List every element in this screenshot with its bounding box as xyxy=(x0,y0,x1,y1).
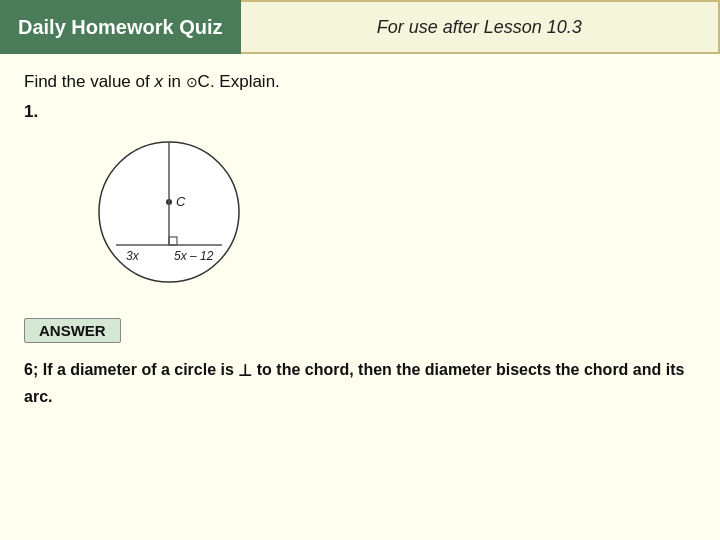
answer-number: 6 xyxy=(24,361,33,378)
answer-label: ANSWER xyxy=(24,318,121,343)
page: Daily Homework Quiz For use after Lesson… xyxy=(0,0,720,540)
center-label: C xyxy=(176,194,186,209)
main-content: Find the value of x in ⊙C. Explain. 1. C xyxy=(0,54,720,421)
find-suffix: in xyxy=(163,72,186,91)
diagram-container: C 3x 5x – 12 xyxy=(84,130,696,300)
circle-symbol: ⊙ xyxy=(186,74,198,90)
variable-x: x xyxy=(154,72,163,91)
quiz-title: Daily Homework Quiz xyxy=(0,0,241,54)
question-number: 1. xyxy=(24,102,696,122)
header: Daily Homework Quiz For use after Lesson… xyxy=(0,0,720,54)
answer-text: 6; If a diameter of a circle is ⊥ to the… xyxy=(24,357,696,409)
chord-left-label: 3x xyxy=(126,249,140,263)
answer-text-part: ; If a diameter of a circle is xyxy=(33,361,234,378)
circle-c-label: C xyxy=(198,72,210,91)
perpendicular-symbol: ⊥ xyxy=(238,358,252,384)
lesson-reference: For use after Lesson 10.3 xyxy=(241,0,721,54)
find-prefix: Find the value of xyxy=(24,72,154,91)
circle-svg: C 3x 5x – 12 xyxy=(84,130,254,300)
find-end: . Explain. xyxy=(210,72,280,91)
circle-diagram: C 3x 5x – 12 xyxy=(84,130,254,300)
question-instruction: Find the value of x in ⊙C. Explain. xyxy=(24,72,696,92)
chord-right-label: 5x – 12 xyxy=(174,249,214,263)
